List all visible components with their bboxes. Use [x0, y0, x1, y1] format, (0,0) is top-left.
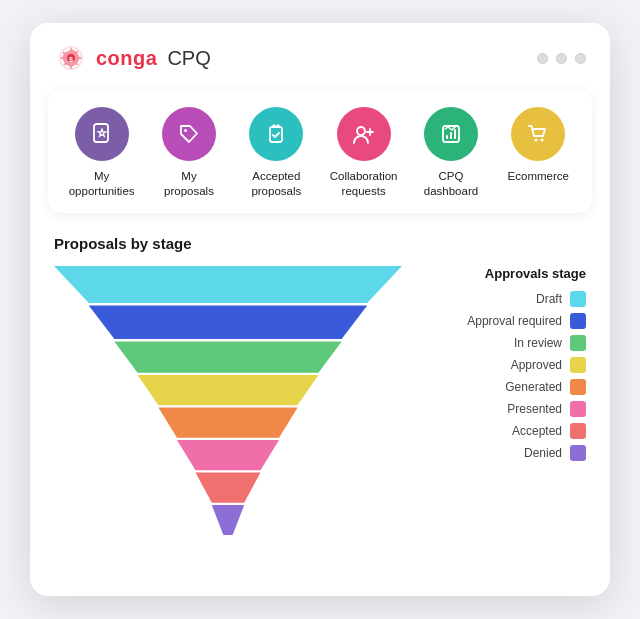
legend: Approvals stage Draft Approval required … [426, 266, 586, 467]
legend-swatch-draft [570, 291, 586, 307]
legend-label-approved: Approved [511, 358, 562, 372]
legend-label-denied: Denied [524, 446, 562, 460]
bar-chart-icon [438, 121, 464, 147]
nav-strip: Myopportunities Myproposals Acceptedpro [48, 89, 592, 213]
funnel-approved [138, 375, 319, 405]
win-dot-2 [556, 53, 567, 64]
legend-item-generated: Generated [426, 379, 586, 395]
cpq-dashboard-icon-circle [424, 107, 478, 161]
nav-item-collaboration-requests[interactable]: Collaborationrequests [324, 107, 404, 199]
my-opportunities-label: Myopportunities [69, 169, 135, 199]
my-proposals-icon-circle [162, 107, 216, 161]
win-dot-1 [537, 53, 548, 64]
nav-item-my-opportunities[interactable]: Myopportunities [62, 107, 142, 199]
svg-point-8 [535, 139, 538, 142]
legend-swatch-approval-required [570, 313, 586, 329]
logo: $ conga CPQ [54, 41, 211, 75]
legend-label-draft: Draft [536, 292, 562, 306]
svg-rect-5 [270, 127, 282, 142]
legend-item-approval-required: Approval required [426, 313, 586, 329]
legend-item-in-review: In review [426, 335, 586, 351]
legend-item-denied: Denied [426, 445, 586, 461]
collaboration-requests-icon-circle [337, 107, 391, 161]
funnel-presented [177, 440, 279, 470]
accepted-proposals-icon-circle [249, 107, 303, 161]
nav-item-my-proposals[interactable]: Myproposals [149, 107, 229, 199]
legend-item-approved: Approved [426, 357, 586, 373]
svg-point-4 [184, 129, 187, 132]
nav-item-ecommerce[interactable]: Ecommerce [498, 107, 578, 184]
legend-swatch-denied [570, 445, 586, 461]
legend-label-approval-required: Approval required [467, 314, 562, 328]
person-add-icon [350, 121, 378, 147]
funnel-generated [158, 408, 297, 438]
legend-swatch-accepted [570, 423, 586, 439]
brand-name: conga [96, 47, 157, 70]
app-window: $ conga CPQ Myopportunities [30, 23, 610, 595]
collaboration-requests-label: Collaborationrequests [330, 169, 398, 199]
my-opportunities-icon-circle [75, 107, 129, 161]
doc-star-icon [89, 121, 115, 147]
tag-icon [176, 121, 202, 147]
svg-text:$: $ [69, 56, 73, 64]
product-name: CPQ [167, 47, 210, 70]
chart-title: Proposals by stage [54, 235, 586, 252]
win-dot-3 [575, 53, 586, 64]
window-controls [537, 53, 586, 64]
legend-swatch-in-review [570, 335, 586, 351]
legend-item-draft: Draft [426, 291, 586, 307]
legend-label-generated: Generated [505, 380, 562, 394]
funnel-chart [54, 266, 402, 568]
funnel-accepted [196, 473, 261, 503]
funnel-approval-required [89, 306, 367, 340]
legend-swatch-generated [570, 379, 586, 395]
chart-section: Proposals by stage [30, 213, 610, 568]
legend-label-accepted: Accepted [512, 424, 562, 438]
cpq-dashboard-label: CPQdashboard [424, 169, 478, 199]
svg-rect-3 [94, 124, 108, 142]
cart-icon [525, 121, 551, 147]
svg-point-9 [541, 139, 544, 142]
legend-swatch-approved [570, 357, 586, 373]
funnel-draft [54, 266, 402, 303]
legend-label-in-review: In review [514, 336, 562, 350]
logo-icon: $ [54, 41, 88, 75]
legend-title: Approvals stage [426, 266, 586, 281]
my-proposals-label: Myproposals [164, 169, 214, 199]
chart-area: Approvals stage Draft Approval required … [54, 266, 586, 568]
legend-item-accepted: Accepted [426, 423, 586, 439]
funnel-container [54, 266, 402, 568]
title-bar: $ conga CPQ [30, 23, 610, 85]
clipboard-check-icon [263, 121, 289, 147]
legend-item-presented: Presented [426, 401, 586, 417]
nav-item-accepted-proposals[interactable]: Acceptedproposals [236, 107, 316, 199]
funnel-in-review [114, 342, 341, 373]
svg-point-6 [357, 127, 365, 135]
funnel-denied [212, 505, 244, 535]
ecommerce-icon-circle [511, 107, 565, 161]
legend-swatch-presented [570, 401, 586, 417]
legend-label-presented: Presented [507, 402, 562, 416]
nav-item-cpq-dashboard[interactable]: CPQdashboard [411, 107, 491, 199]
ecommerce-label: Ecommerce [508, 169, 569, 184]
accepted-proposals-label: Acceptedproposals [251, 169, 301, 199]
